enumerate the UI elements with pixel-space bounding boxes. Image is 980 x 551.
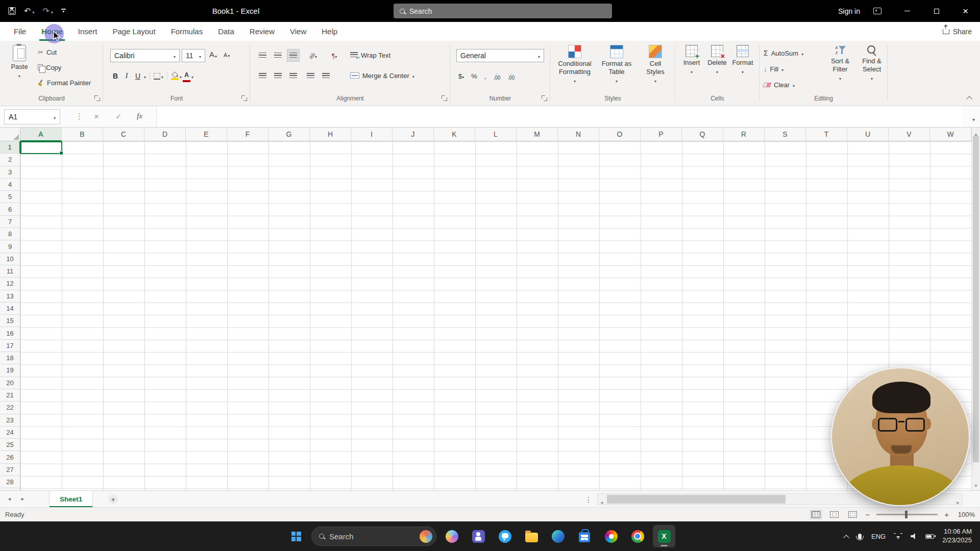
- row-header-1[interactable]: 1: [0, 141, 20, 154]
- copy-button[interactable]: Copy: [38, 61, 91, 73]
- decrease-decimal-button[interactable]: →.00: [507, 71, 514, 81]
- number-dialog-launcher[interactable]: [542, 95, 547, 101]
- underline-button[interactable]: U: [133, 70, 143, 82]
- taskbar-icon-photos[interactable]: [600, 525, 622, 547]
- column-header-I[interactable]: I: [351, 128, 393, 141]
- sheet-options-icon[interactable]: [585, 495, 592, 504]
- horizontal-scrollbar-thumb[interactable]: [607, 495, 786, 504]
- taskbar-icon-chat[interactable]: [494, 525, 516, 547]
- decrease-font-size-button[interactable]: [224, 50, 230, 59]
- font-color-dropdown-icon[interactable]: [191, 72, 193, 80]
- tab-formulas[interactable]: Formulas: [163, 22, 211, 41]
- vertical-scrollbar[interactable]: [971, 128, 980, 490]
- fill-color-button[interactable]: [171, 72, 179, 80]
- row-header-6[interactable]: 6: [0, 203, 20, 215]
- bold-button[interactable]: B: [110, 70, 120, 82]
- delete-cells-button[interactable]: Delete: [705, 45, 729, 74]
- row-header-23[interactable]: 23: [0, 414, 20, 427]
- conditional-formatting-button[interactable]: Conditional Formatting: [554, 45, 595, 84]
- column-header-F[interactable]: F: [227, 128, 268, 141]
- volume-icon[interactable]: [911, 533, 917, 539]
- column-header-M[interactable]: M: [517, 128, 558, 141]
- cut-button[interactable]: Cut: [38, 46, 91, 58]
- titlebar-search[interactable]: Search: [394, 4, 612, 18]
- redo-button[interactable]: [42, 6, 53, 16]
- select-all-button[interactable]: [0, 128, 20, 141]
- accounting-format-button[interactable]: $: [458, 72, 464, 80]
- zoom-out-button[interactable]: [865, 510, 870, 519]
- row-header-12[interactable]: 12: [0, 278, 20, 290]
- sheet-tab-sheet1[interactable]: Sheet1: [49, 491, 93, 507]
- underline-dropdown-icon[interactable]: [144, 72, 146, 80]
- redo-dropdown-icon[interactable]: [51, 7, 53, 15]
- tab-data[interactable]: Data: [210, 22, 242, 41]
- new-sheet-button[interactable]: [108, 494, 118, 504]
- column-header-W[interactable]: W: [930, 128, 971, 141]
- taskbar-search[interactable]: Search: [311, 527, 436, 546]
- fill-button[interactable]: Fill: [764, 63, 803, 75]
- align-center-button[interactable]: [272, 69, 284, 82]
- row-header-25[interactable]: 25: [0, 439, 20, 451]
- paste-button[interactable]: Paste: [5, 45, 34, 79]
- wifi-icon[interactable]: [894, 533, 902, 539]
- column-header-E[interactable]: E: [186, 128, 227, 141]
- language-indicator[interactable]: ENG: [871, 533, 886, 540]
- column-header-C[interactable]: C: [103, 128, 144, 141]
- italic-button[interactable]: I: [121, 70, 132, 82]
- row-header-5[interactable]: 5: [0, 191, 20, 203]
- fill-color-dropdown-icon[interactable]: [180, 72, 182, 80]
- minimize-button[interactable]: [893, 0, 922, 22]
- column-header-P[interactable]: P: [641, 128, 682, 141]
- increase-decimal-button[interactable]: ←.00: [493, 71, 500, 81]
- number-format-dropdown-icon[interactable]: [538, 52, 540, 59]
- clock[interactable]: 10:06 AM 2/23/2025: [942, 528, 972, 545]
- row-header-2[interactable]: 2: [0, 154, 20, 166]
- hidden-icons-chevron[interactable]: [844, 534, 848, 539]
- borders-dropdown-icon[interactable]: [161, 72, 163, 80]
- battery-icon[interactable]: [925, 534, 934, 539]
- scroll-down-icon[interactable]: [972, 480, 980, 489]
- expand-formula-bar-icon[interactable]: [972, 114, 975, 123]
- row-header-10[interactable]: 10: [0, 253, 20, 265]
- row-header-14[interactable]: 14: [0, 303, 20, 315]
- format-painter-button[interactable]: Format Painter: [38, 77, 91, 89]
- top-align-button[interactable]: [256, 49, 269, 62]
- column-header-D[interactable]: D: [144, 128, 186, 141]
- grid-cells[interactable]: [20, 141, 971, 490]
- column-header-S[interactable]: S: [765, 128, 806, 141]
- bottom-align-button[interactable]: [287, 49, 300, 62]
- row-header-24[interactable]: 24: [0, 427, 20, 439]
- decrease-indent-button[interactable]: [304, 69, 317, 82]
- sort-filter-button[interactable]: Sort & Filter: [826, 45, 854, 81]
- row-header-22[interactable]: 22: [0, 402, 20, 414]
- row-header-11[interactable]: 11: [0, 265, 20, 278]
- name-box-dropdown-icon[interactable]: [54, 113, 56, 120]
- sign-in-button[interactable]: Sign in: [828, 7, 870, 15]
- next-sheet-button[interactable]: [20, 491, 25, 507]
- share-button[interactable]: Share: [943, 22, 972, 41]
- row-header-28[interactable]: 28: [0, 476, 20, 488]
- cancel-entry-button[interactable]: [94, 112, 99, 122]
- merge-center-dropdown-icon[interactable]: [412, 72, 414, 79]
- taskbar-icon-copilot[interactable]: [440, 525, 463, 547]
- format-as-table-button[interactable]: Format as Table: [596, 45, 637, 84]
- save-button[interactable]: [8, 7, 16, 15]
- name-box[interactable]: A1: [4, 109, 60, 124]
- start-button[interactable]: [285, 525, 307, 547]
- comma-style-button[interactable]: ,: [484, 72, 486, 80]
- vertical-scrollbar-thumb[interactable]: [973, 136, 979, 462]
- autosum-button[interactable]: AutoSum: [764, 47, 803, 59]
- font-color-button[interactable]: [183, 70, 190, 82]
- zoom-slider-thumb[interactable]: [905, 511, 908, 518]
- align-left-button[interactable]: [256, 69, 269, 82]
- row-header-15[interactable]: 15: [0, 315, 20, 327]
- tab-file[interactable]: File: [6, 22, 34, 41]
- insert-function-button[interactable]: fx: [137, 112, 142, 120]
- column-header-L[interactable]: L: [475, 128, 517, 141]
- customize-quick-access-button[interactable]: [61, 9, 66, 13]
- column-header-A[interactable]: A: [20, 128, 62, 141]
- column-header-B[interactable]: B: [62, 128, 103, 141]
- increase-indent-button[interactable]: [320, 69, 332, 82]
- undo-dropdown-icon[interactable]: [32, 7, 34, 15]
- page-break-view-button[interactable]: [847, 510, 859, 519]
